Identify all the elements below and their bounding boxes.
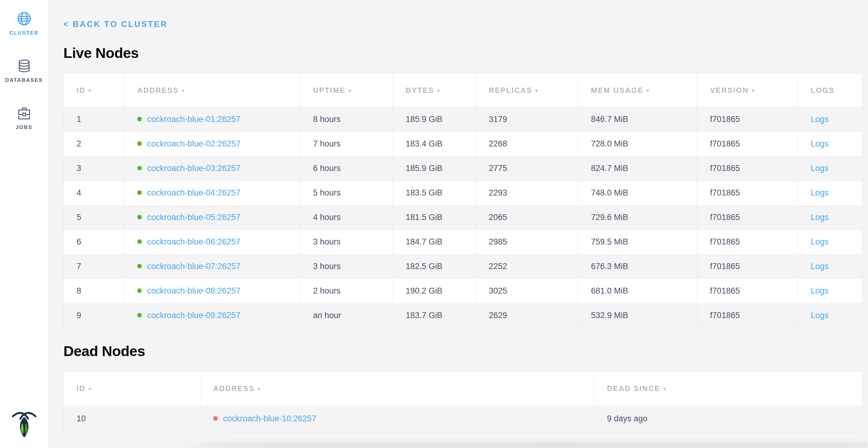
node-address-cell: cockroach-blue-05:26257: [124, 205, 300, 230]
live-status-dot: [137, 190, 142, 195]
sort-descending-icon: ▾: [258, 386, 261, 392]
logs-link[interactable]: Logs: [811, 213, 829, 222]
node-mem-usage-cell: 676.3 MiB: [578, 254, 697, 279]
node-bytes-cell: 183.5 GiB: [393, 181, 476, 205]
logs-link[interactable]: Logs: [811, 188, 829, 197]
node-dead-since-cell: 9 days ago: [594, 406, 862, 432]
node-replicas-cell: 2985: [476, 230, 578, 254]
node-address-cell: cockroach-blue-07:26257: [124, 254, 300, 279]
sidebar-item-cluster[interactable]: CLUSTER: [0, 11, 48, 36]
node-logs-cell: Logs: [798, 156, 862, 181]
node-replicas-cell: 2252: [476, 254, 578, 279]
node-uptime-cell: an hour: [300, 303, 393, 328]
table-row: 6 cockroach-blue-06:26257 3 hours 184.7 …: [64, 230, 863, 254]
node-uptime-cell: 7 hours: [300, 132, 393, 156]
sort-descending-icon: ▾: [89, 88, 92, 93]
sort-descending-icon: ▾: [535, 88, 538, 93]
column-header[interactable]: VERSION▾: [697, 73, 798, 107]
node-address-link[interactable]: cockroach-blue-06:26257: [147, 237, 241, 246]
column-header[interactable]: ADDRESS▾: [200, 372, 594, 406]
table-row: 7 cockroach-blue-07:26257 3 hours 182.5 …: [64, 254, 863, 279]
table-row: 4 cockroach-blue-04:26257 5 hours 183.5 …: [64, 181, 863, 205]
node-replicas-cell: 2268: [476, 132, 578, 156]
node-version-cell: f701865: [697, 156, 798, 181]
node-address-cell: cockroach-blue-08:26257: [124, 279, 300, 303]
logs-link[interactable]: Logs: [811, 115, 829, 124]
node-bytes-cell: 184.7 GiB: [393, 230, 476, 254]
logs-link[interactable]: Logs: [811, 262, 829, 271]
node-address-link[interactable]: cockroach-blue-10:26257: [223, 414, 316, 423]
node-logs-cell: Logs: [798, 279, 862, 303]
node-address-cell: cockroach-blue-06:26257: [124, 230, 300, 254]
column-header-label: MEM USAGE: [591, 86, 644, 94]
column-header[interactable]: ID▾: [64, 372, 200, 406]
node-id-cell: 8: [64, 279, 124, 303]
column-header[interactable]: ADDRESS▾: [124, 73, 300, 107]
logs-link[interactable]: Logs: [811, 311, 829, 320]
node-bytes-cell: 183.4 GiB: [393, 132, 476, 156]
table-row: 8 cockroach-blue-08:26257 2 hours 190.2 …: [64, 279, 863, 303]
node-id-cell: 9: [64, 303, 124, 328]
node-address-link[interactable]: cockroach-blue-04:26257: [147, 188, 241, 197]
column-header-label: VERSION: [710, 86, 749, 94]
node-address-link[interactable]: cockroach-blue-02:26257: [147, 139, 241, 148]
node-address-link[interactable]: cockroach-blue-03:26257: [147, 163, 241, 173]
node-address-cell: cockroach-blue-03:26257: [124, 156, 300, 181]
node-bytes-cell: 190.2 GiB: [393, 279, 476, 303]
node-logs-cell: Logs: [798, 230, 862, 254]
logs-link[interactable]: Logs: [811, 163, 829, 173]
live-status-dot: [137, 141, 142, 146]
live-status-dot: [137, 264, 142, 268]
sidebar-nav: CLUSTER DATABASES: [0, 0, 48, 130]
sidebar-item-jobs[interactable]: JOBS: [0, 106, 48, 130]
node-id-cell: 1: [64, 107, 124, 132]
node-id-cell: 4: [64, 181, 124, 205]
sidebar-item-databases[interactable]: DATABASES: [0, 58, 48, 83]
column-header-label: BYTES: [405, 86, 434, 94]
table-row: 3 cockroach-blue-03:26257 6 hours 185.9 …: [64, 156, 863, 181]
logs-link[interactable]: Logs: [811, 237, 829, 246]
node-uptime-cell: 4 hours: [300, 205, 393, 230]
column-header-label: LOGS: [811, 86, 835, 94]
node-version-cell: f701865: [697, 205, 798, 230]
column-header-label: UPTIME: [313, 86, 345, 94]
node-id-cell: 3: [64, 156, 124, 181]
logs-link[interactable]: Logs: [811, 139, 829, 148]
sort-descending-icon: ▾: [437, 88, 440, 93]
node-version-cell: f701865: [697, 254, 798, 279]
live-status-dot: [137, 313, 142, 318]
node-replicas-cell: 3179: [476, 107, 578, 132]
node-mem-usage-cell: 532.9 MiB: [578, 303, 697, 328]
column-header-label: ID: [76, 86, 86, 94]
node-address-link[interactable]: cockroach-blue-05:26257: [147, 213, 241, 222]
node-version-cell: f701865: [697, 279, 798, 303]
sidebar: CLUSTER DATABASES: [0, 0, 49, 448]
node-address-link[interactable]: cockroach-blue-07:26257: [147, 262, 241, 271]
node-address-link[interactable]: cockroach-blue-09:26257: [147, 311, 241, 320]
node-id-cell: 6: [64, 230, 124, 254]
column-header[interactable]: DEAD SINCE▾: [594, 372, 862, 406]
node-bytes-cell: 183.7 GiB: [393, 303, 476, 328]
node-replicas-cell: 2065: [476, 205, 578, 230]
node-mem-usage-cell: 681.0 MiB: [578, 279, 697, 303]
databases-icon: [17, 58, 31, 73]
column-header[interactable]: REPLICAS▾: [476, 73, 578, 107]
node-replicas-cell: 2293: [476, 181, 578, 205]
column-header[interactable]: MEM USAGE▾: [578, 73, 697, 107]
logs-link[interactable]: Logs: [811, 286, 829, 295]
node-address-link[interactable]: cockroach-blue-01:26257: [147, 115, 241, 124]
sort-descending-icon: ▾: [647, 88, 650, 93]
node-mem-usage-cell: 824.7 MiB: [578, 156, 697, 181]
column-header-label: REPLICAS: [489, 86, 532, 94]
column-header[interactable]: BYTES▾: [393, 73, 476, 107]
main-content: < BACK TO CLUSTER Live Nodes ID▾ ADDRESS…: [49, 0, 868, 448]
back-to-cluster-link[interactable]: < BACK TO CLUSTER: [63, 20, 167, 29]
node-version-cell: f701865: [697, 303, 798, 328]
column-header[interactable]: ID▾: [64, 73, 124, 107]
node-address-link[interactable]: cockroach-blue-08:26257: [147, 286, 241, 295]
sidebar-item-label: DATABASES: [5, 77, 43, 83]
dead-nodes-table: ID▾ ADDRESS▾ DEAD SINCE▾: [63, 371, 863, 432]
live-status-dot: [137, 288, 142, 293]
sidebar-item-label: CLUSTER: [9, 30, 39, 36]
column-header[interactable]: UPTIME▾: [300, 73, 393, 107]
